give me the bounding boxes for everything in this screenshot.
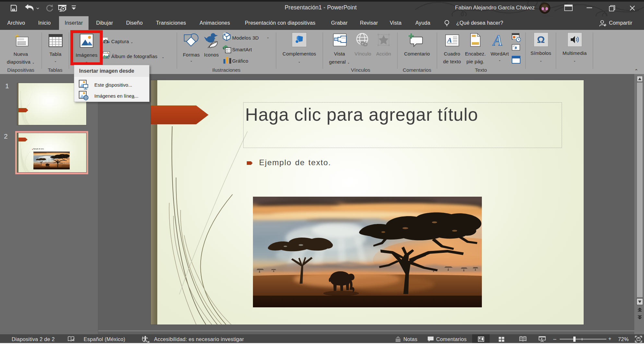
svg-text:#: # <box>515 46 517 50</box>
svg-text:A: A <box>492 33 502 47</box>
svg-text:A: A <box>447 36 452 44</box>
